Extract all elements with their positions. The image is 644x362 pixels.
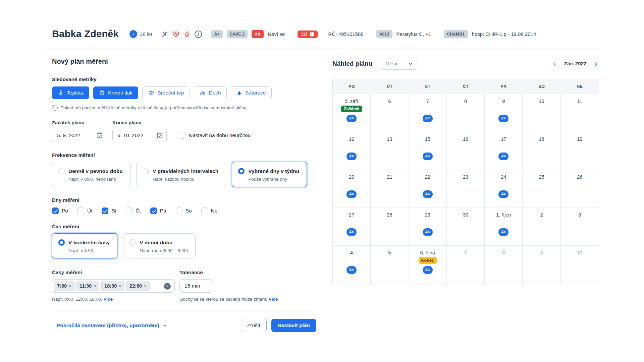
frequency-option-title: V pravidelných intervalech [153,168,218,174]
radio-button[interactable] [238,168,245,174]
next-month-icon[interactable] [593,61,599,67]
calendar-cell[interactable]: 94× [485,94,523,132]
calendar-cell[interactable]: 224× [409,170,447,208]
circle-1-icon: 1 [195,31,202,38]
calendar-cell[interactable]: 21 [371,170,409,208]
calendar-cell[interactable]: 8 [447,94,485,132]
submit-plan-button[interactable]: Nastavit plán [271,319,316,332]
frequency-option-card[interactable]: Denně v pevnou dobuNapř. v 8:00, nebo rá… [52,162,130,187]
calendar-cell[interactable]: 3 [561,208,599,246]
calendar-cell[interactable]: 244× [485,170,523,208]
day-checkbox[interactable] [102,207,108,214]
time-mode-option-title: V denní dobu [140,240,172,246]
alert-count-badge: 111 ! [298,31,317,38]
metric-button[interactable]: Saturace [231,86,272,99]
day-checkbox[interactable] [52,207,59,214]
advanced-settings-link[interactable]: Pokročilá nastavení (přístroj, upozorněn… [57,322,167,328]
calendar-day-header: ST [409,79,447,94]
day-checkbox[interactable] [176,207,182,214]
radio-button[interactable] [143,168,149,174]
calendar-day-number: 23 [447,174,484,180]
calendar-cell[interactable]: 6 [371,94,409,132]
calendar-cell[interactable]: 44× [333,246,371,284]
time-tag[interactable]: 11:30× [76,281,99,291]
calendar-cell[interactable]: 16 [447,132,485,170]
frequency-option-card[interactable]: Vybrané dny v týdnuPouze vybrané dny [232,162,307,187]
indefinite-checkbox[interactable] [179,132,185,139]
time-tag[interactable]: 18:30× [101,281,124,291]
calendar-cell[interactable]: 1. říjen4× [485,208,523,246]
radio-button[interactable] [58,168,65,174]
time-mode-option-card[interactable]: V denní dobuNapř. ráno (6.00 – 9.00) [123,233,196,258]
calendar-cell[interactable]: 30 [447,208,485,246]
calendar-cell[interactable]: 10 [561,246,599,284]
times-tag-input[interactable]: 7:00×11:30×18:30×22:00× × [52,279,175,293]
prev-month-icon[interactable] [552,61,557,67]
calendar-cell[interactable]: 274× [333,208,371,246]
calendar-cell[interactable]: 28 [371,208,409,246]
calendar-cell[interactable]: 26 [561,170,599,208]
calendar-cell[interactable]: 10 [523,94,560,132]
time-tag[interactable]: 22:00× [126,281,150,291]
calendar-cell[interactable]: 204× [333,170,371,208]
days-row: PoÚtStČtPáSoNe [52,207,316,214]
remove-tag-icon[interactable]: × [94,284,96,289]
tolerance-input[interactable] [179,279,213,293]
calendar-day-number: 1. říjen [485,212,522,218]
measurement-count-pill: 4× [498,153,508,160]
metric-button[interactable]: Dech [194,86,227,99]
time-mode-option-card[interactable]: V konkrétní časyNapř. v 8:00 [52,233,117,258]
remove-tag-icon[interactable]: × [69,284,71,289]
female-icon: ♀ [129,30,137,38]
tolerance-more-link[interactable]: Více [269,297,278,302]
day-checkbox[interactable] [150,207,157,214]
frequency-option-card[interactable]: V pravidelných intervalechNapř. každou h… [136,162,226,187]
cancel-button[interactable]: Zrušit [241,319,267,332]
calendar-cell[interactable]: 19 [561,132,599,170]
day-checkbox[interactable] [77,207,84,214]
time-tag[interactable]: 7:00× [54,281,74,291]
calendar-cell[interactable]: 7 [447,246,485,284]
metrics-info-text: Pokud má pacient měřit různé metriky v r… [60,105,246,110]
calendar-cell[interactable]: 174× [485,132,523,170]
calendar-day-number: 9 [523,250,560,255]
calendar-cell[interactable]: 6. říjnaKonec4× [409,246,447,284]
day-checkbox[interactable] [201,207,208,214]
indefinite-checkbox-row: Nastavit na dobu neurčitou [179,129,251,142]
calendar-cell[interactable]: 9 [523,246,560,284]
calendar-cell[interactable]: 8 [485,246,523,284]
clear-times-icon[interactable]: × [164,283,171,290]
calendar-cell[interactable]: 18 [523,132,560,170]
form-actions: Pokročilá nastavení (přístroj, upozorněn… [52,319,316,332]
calendar-cell[interactable]: 25 [523,170,560,208]
radio-button[interactable] [129,239,136,246]
radio-button[interactable] [58,239,65,246]
calendar-cell[interactable]: 2 [523,208,560,246]
remove-tag-icon[interactable]: × [119,284,121,289]
metric-button[interactable]: Srdeční tep [142,86,190,99]
calendar-icon[interactable] [156,132,163,139]
calendar-cell[interactable]: 11 [561,94,599,132]
calendar-icon[interactable] [96,132,103,139]
personal-number: RČ: 495101588 [328,31,364,37]
metric-button[interactable]: Teplota [52,86,89,99]
calendar-cell[interactable]: 124× [333,132,371,170]
calendar-cell[interactable]: 5. záříZačátek4× [333,94,371,132]
day-checkbox[interactable] [126,207,132,214]
calendar-cell[interactable]: 74× [409,94,447,132]
remove-tag-icon[interactable]: × [144,284,147,289]
metric-button[interactable]: Krevní tlak [93,86,138,99]
calendar-title: Náhled plánu [332,60,372,67]
calendar-cell[interactable]: 154× [409,132,447,170]
times-more-link[interactable]: Více [103,297,113,302]
calendar-day-number: 24 [485,174,522,180]
calendar-cell[interactable]: 23 [447,170,485,208]
blood-drop-icon [183,31,191,38]
calendar-cell[interactable]: 5 [371,246,409,284]
calendar-cell[interactable]: 294× [409,208,447,246]
indefinite-label: Nastavit na dobu neurčitou [189,132,251,138]
time-tag-value: 18:30 [104,283,117,289]
heart-condition-icon [172,30,180,38]
calendar-cell[interactable]: 13 [371,132,409,170]
view-select[interactable]: Měsíc [381,58,417,70]
